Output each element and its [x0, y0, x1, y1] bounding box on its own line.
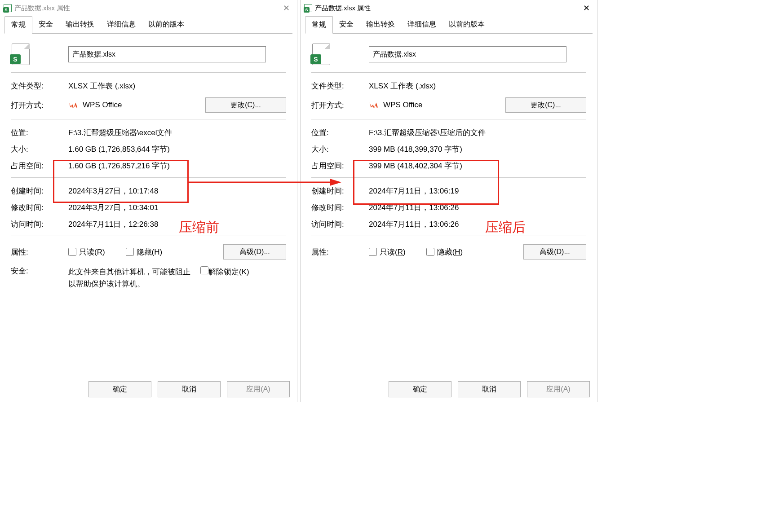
open-with-label: 打开方式:	[311, 100, 369, 110]
change-button[interactable]: 更改(C)...	[205, 97, 286, 113]
open-with-value: WPS Office	[83, 101, 122, 110]
security-label: 安全:	[11, 266, 68, 276]
dialog-footer: 确定 取消 应用(A)	[88, 381, 290, 397]
ok-button[interactable]: 确定	[389, 381, 451, 397]
close-button[interactable]: ✕	[279, 2, 293, 14]
accessed-label: 访问时间:	[311, 219, 369, 229]
general-tab-content: S 文件类型: XLSX 工作表 (.xlsx) 打开方式: WPS Offic…	[301, 34, 597, 270]
open-with-value: WPS Office	[383, 101, 423, 110]
advanced-button[interactable]: 高级(D)...	[523, 244, 586, 259]
size-label: 大小:	[11, 144, 68, 154]
size-value: 399 MB (418,399,370 字节)	[369, 144, 586, 154]
cancel-button[interactable]: 取消	[458, 381, 521, 397]
tab-security[interactable]: 安全	[333, 16, 360, 34]
location-value: F:\3.汇帮超级压缩器\excel文件	[68, 128, 286, 138]
file-type-label: 文件类型:	[11, 81, 68, 91]
accessed-label: 访问时间:	[11, 219, 68, 229]
accessed-value: 2024年7月11日，13:06:26	[369, 219, 586, 229]
readonly-checkbox[interactable]: 只读(R)	[369, 247, 406, 257]
open-with-label: 打开方式:	[11, 100, 68, 110]
size-on-disk-value: 399 MB (418,402,304 字节)	[369, 161, 586, 171]
divider	[11, 236, 286, 236]
location-value: F:\3.汇帮超级压缩器\压缩后的文件	[369, 128, 586, 138]
close-button[interactable]: ✕	[579, 2, 593, 14]
size-on-disk-label: 占用空间:	[311, 161, 369, 171]
tab-details[interactable]: 详细信息	[101, 16, 142, 34]
ok-button[interactable]: 确定	[88, 381, 151, 397]
tab-general[interactable]: 常规	[4, 16, 32, 34]
window-title: 产品数据.xlsx 属性	[315, 4, 371, 13]
xlsx-file-icon: S	[304, 4, 312, 12]
xlsx-file-icon-large: S	[9, 43, 32, 66]
wps-office-icon	[369, 100, 379, 110]
titlebar: S 产品数据.xlsx 属性 ✕	[0, 0, 297, 16]
readonly-checkbox[interactable]: 只读(R)	[68, 247, 105, 257]
location-label: 位置:	[11, 128, 68, 138]
tab-strip: 常规 安全 输出转换 详细信息 以前的版本	[301, 16, 597, 34]
hidden-checkbox[interactable]: 隐藏(H)	[426, 247, 463, 257]
divider	[311, 72, 586, 73]
dialog-footer: 确定 取消 应用(A)	[389, 381, 590, 397]
divider	[11, 177, 286, 178]
file-type-value: XLSX 工作表 (.xlsx)	[68, 81, 286, 91]
advanced-button[interactable]: 高级(D)...	[223, 244, 286, 259]
location-label: 位置:	[311, 128, 369, 138]
divider	[311, 119, 586, 119]
tab-previous-versions[interactable]: 以前的版本	[442, 16, 491, 34]
tab-previous-versions[interactable]: 以前的版本	[142, 16, 190, 34]
created-label: 创建时间:	[311, 186, 369, 196]
divider	[311, 177, 586, 178]
general-tab-content: S 文件类型: XLSX 工作表 (.xlsx) 打开方式: WPS Offic…	[0, 34, 297, 301]
size-on-disk-value: 1.60 GB (1,726,857,216 字节)	[68, 161, 286, 171]
tab-security[interactable]: 安全	[32, 16, 59, 34]
apply-button[interactable]: 应用(A)	[227, 381, 290, 397]
attributes-label: 属性:	[311, 247, 369, 257]
created-value: 2024年7月11日，13:06:19	[369, 186, 586, 196]
accessed-value: 2024年7月11日，12:26:38	[68, 219, 286, 229]
created-value: 2024年3月27日，10:17:48	[68, 186, 286, 196]
size-label: 大小:	[311, 144, 369, 154]
tab-general[interactable]: 常规	[305, 16, 333, 34]
created-label: 创建时间:	[11, 186, 68, 196]
unblock-checkbox[interactable]: 解除锁定(K)	[200, 266, 249, 278]
properties-dialog-after: S 产品数据.xlsx 属性 ✕ 常规 安全 输出转换 详细信息 以前的版本 S…	[300, 0, 597, 402]
file-type-label: 文件类型:	[311, 81, 369, 91]
security-text: 此文件来自其他计算机，可能被阻止以帮助保护该计算机。	[68, 266, 194, 290]
modified-label: 修改时间:	[11, 202, 68, 213]
size-value: 1.60 GB (1,726,853,644 字节)	[68, 144, 286, 154]
wps-office-icon	[68, 100, 78, 110]
cancel-button[interactable]: 取消	[158, 381, 221, 397]
change-button[interactable]: 更改(C)...	[505, 97, 586, 113]
hidden-checkbox[interactable]: 隐藏(H)	[126, 247, 163, 257]
filename-input[interactable]	[369, 46, 566, 62]
modified-label: 修改时间:	[311, 202, 369, 213]
modified-value: 2024年7月11日，13:06:26	[369, 202, 586, 213]
tab-details[interactable]: 详细信息	[401, 16, 442, 34]
window-title: 产品数据.xlsx 属性	[14, 4, 70, 13]
apply-button[interactable]: 应用(A)	[527, 381, 590, 397]
attributes-label: 属性:	[11, 247, 68, 257]
tab-output-convert[interactable]: 输出转换	[59, 16, 101, 34]
properties-dialog-before: S 产品数据.xlsx 属性 ✕ 常规 安全 输出转换 详细信息 以前的版本 S…	[0, 0, 297, 402]
xlsx-file-icon: S	[4, 4, 12, 12]
divider	[11, 72, 286, 73]
divider	[311, 236, 586, 236]
tab-output-convert[interactable]: 输出转换	[360, 16, 401, 34]
xlsx-file-icon-large: S	[310, 43, 333, 66]
size-on-disk-label: 占用空间:	[11, 161, 68, 171]
tab-strip: 常规 安全 输出转换 详细信息 以前的版本	[0, 16, 297, 34]
modified-value: 2024年3月27日，10:34:01	[68, 202, 286, 213]
file-type-value: XLSX 工作表 (.xlsx)	[369, 81, 586, 91]
titlebar: S 产品数据.xlsx 属性 ✕	[301, 0, 597, 16]
filename-input[interactable]	[68, 46, 266, 62]
divider	[11, 119, 286, 119]
